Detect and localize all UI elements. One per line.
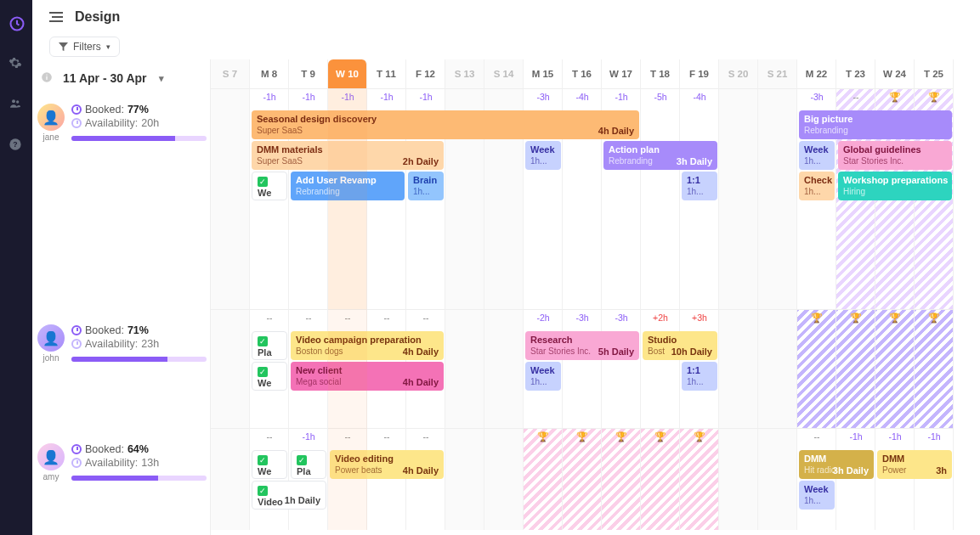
availability-value: 13h	[141, 457, 159, 469]
trophy-icon: 🏆	[694, 431, 705, 442]
day-header-cell[interactable]: T 9	[289, 59, 328, 88]
event-title: We	[258, 187, 281, 199]
day-header-cell[interactable]: M 22	[797, 59, 836, 88]
hours-badge	[484, 428, 524, 447]
day-header-cell[interactable]: T 18	[641, 59, 680, 88]
trophy-icon: 🏆	[889, 92, 901, 102]
left-nav-rail: ?	[0, 0, 32, 535]
event-title: DMM	[882, 453, 947, 465]
help-icon[interactable]: ?	[8, 138, 24, 153]
day-header-cell[interactable]: T 25	[915, 59, 954, 88]
check-icon: ✓	[258, 455, 268, 465]
day-header-cell[interactable]: S 2137	[758, 59, 797, 88]
booked-label: Booked:	[85, 443, 124, 455]
hours-badge: 🏆	[836, 309, 875, 328]
timeline-event[interactable]: Video editingPower beats4h Daily	[330, 450, 444, 479]
event-title: Check	[804, 174, 830, 186]
day-header-cell[interactable]: M 8	[250, 59, 289, 88]
event-title: Video editing	[335, 453, 439, 465]
timeline-event[interactable]: 1:11h...	[682, 172, 717, 200]
event-title: Global guidelines	[843, 144, 947, 155]
avatar[interactable]: 👤	[37, 324, 65, 352]
event-title: Video campaign preparation	[296, 334, 439, 346]
timeline-event[interactable]: Video campaign preparationBoston dogs4h …	[291, 331, 444, 360]
hours-badge	[758, 309, 797, 328]
timeline-event[interactable]: Seasonal design discoverySuper SaaS4h Da…	[252, 110, 639, 139]
day-header-cell[interactable]: S 13	[445, 59, 484, 88]
hours-badge	[719, 309, 758, 328]
timeline-event[interactable]: ✓VideoHit rad1h Daily	[252, 481, 326, 510]
timeline-event[interactable]: Big pictureRebranding	[799, 110, 952, 139]
event-duration: 5h Daily	[598, 346, 634, 358]
day-header-cell[interactable]: W 24	[875, 59, 915, 88]
day-header-cell[interactable]: T 11	[367, 59, 406, 88]
timeline-event[interactable]: Brain1h...	[408, 172, 444, 200]
day-header-cell[interactable]: S 735	[211, 59, 250, 88]
availability-value: 20h	[141, 117, 159, 129]
logo-icon[interactable]	[8, 15, 24, 31]
avatar[interactable]: 👤	[37, 104, 65, 131]
people-icon[interactable]	[8, 97, 24, 112]
hours-badge	[445, 428, 484, 447]
day-header-cell[interactable]: W 10	[328, 59, 367, 88]
day-header-cell[interactable]: S 20	[719, 59, 758, 88]
timeline-event[interactable]: ✓We1h...	[252, 450, 287, 479]
timeline-event[interactable]: Action planRebranding3h Daily	[603, 141, 717, 170]
timeline-event[interactable]: ✓We1h...	[252, 172, 287, 200]
timeline-event[interactable]: 1:11h...	[682, 362, 717, 391]
timeline-event[interactable]: Week1h...	[525, 362, 561, 391]
timeline-row: -----------2h-3h-3h+2h+3h🏆🏆🏆🏆✓Pla7h...Vi…	[211, 309, 980, 428]
event-title: DMM	[804, 453, 869, 465]
timeline-event[interactable]: Week1h...	[525, 141, 561, 170]
filters-button[interactable]: Filters ▾	[49, 37, 120, 57]
timeline-event[interactable]: Global guidelinesStar Stories Inc.	[838, 141, 952, 170]
booked-progress	[71, 357, 207, 362]
chevron-down-icon: ▾	[159, 73, 164, 84]
timeline-header: S 735M 8T 9W 10T 11F 12S 13S 1436M 15T 1…	[211, 59, 980, 88]
hours-badge: -1h	[328, 88, 367, 107]
availability-label: Availability:	[85, 338, 138, 350]
hours-badge: -1h	[875, 428, 915, 447]
day-header-cell[interactable]: S 1436	[484, 59, 524, 88]
timeline-event[interactable]: ResearchStar Stories Inc.5h Daily	[525, 331, 639, 360]
hours-badge	[484, 88, 524, 107]
timeline-event[interactable]: Week1h...	[799, 141, 835, 170]
event-title: Week	[804, 483, 830, 495]
date-range-picker[interactable]: 11 Apr - 30 Apr ▾	[32, 59, 210, 97]
hours-badge	[445, 309, 484, 328]
timeline-event[interactable]: DMMHit radio3h Daily	[799, 450, 874, 479]
day-header-cell[interactable]: W 17	[602, 59, 641, 88]
hours-badge: -3h	[797, 88, 836, 107]
day-header-cell[interactable]: F 12	[406, 59, 445, 88]
timeline-event[interactable]: ✓We1h...	[252, 362, 287, 391]
timeline-event[interactable]: Check1h...	[799, 172, 835, 200]
hours-badge: --	[250, 428, 289, 447]
timeline-event[interactable]: StudioBost10h Daily	[643, 331, 717, 360]
timeline-row: ---1h------🏆🏆🏆🏆🏆---1h-1h-1h✓We1h...✓Pla2…	[211, 428, 980, 530]
timeline-event[interactable]: ✓Pla2h...	[291, 450, 326, 479]
event-duration: 3h	[936, 465, 947, 476]
sidebar-person: 👤janeBooked: 77%Availability: 20h	[32, 97, 210, 318]
menu-icon[interactable]	[49, 12, 63, 22]
event-duration: 3h Daily	[677, 155, 712, 167]
timeline-event[interactable]: Workshop preparationsHiring	[838, 172, 952, 200]
timeline-event[interactable]: ✓Pla7h...	[252, 331, 287, 360]
hours-badge: --	[289, 309, 328, 328]
timeline-event[interactable]: New clientMega social4h Daily	[291, 362, 444, 391]
clock-icon	[71, 339, 82, 349]
toolbar: Filters ▾	[32, 34, 980, 59]
event-title: We	[258, 377, 281, 389]
day-header-cell[interactable]: T 23	[836, 59, 875, 88]
day-header-cell[interactable]: T 16	[563, 59, 602, 88]
timeline-event[interactable]: Week1h...	[799, 481, 835, 510]
timeline-event[interactable]: DMM materialsSuper SaaS2h Daily	[252, 141, 444, 170]
day-header-cell[interactable]: M 15	[524, 59, 563, 88]
hours-badge: -1h	[406, 88, 445, 107]
day-header-cell[interactable]: F 19	[680, 59, 719, 88]
hours-badge	[211, 309, 250, 328]
sidebar-person: 👤johnBooked: 71%Availability: 23h	[32, 318, 210, 436]
timeline-event[interactable]: Add User RevampRebranding	[291, 172, 405, 200]
timeline-event[interactable]: DMMPower3h	[877, 450, 952, 479]
avatar[interactable]: 👤	[37, 443, 65, 470]
settings-icon[interactable]	[8, 56, 24, 71]
